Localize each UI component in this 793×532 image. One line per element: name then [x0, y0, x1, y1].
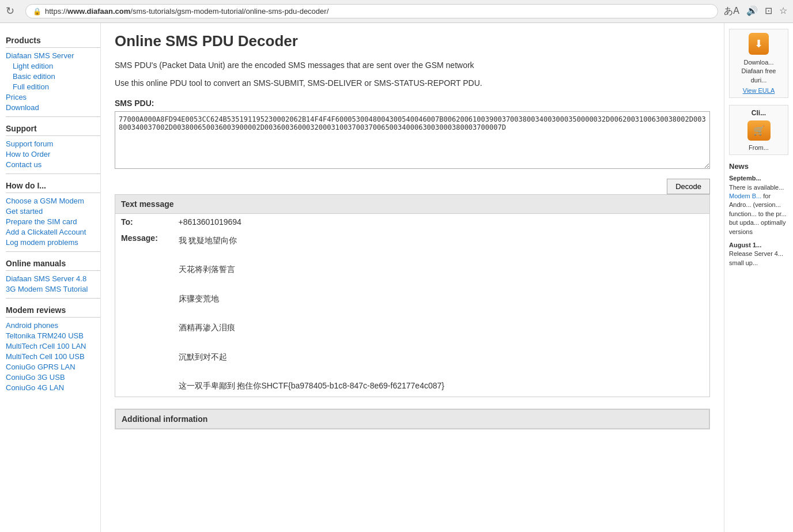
- sidebar-item-support-forum[interactable]: Support forum: [6, 139, 100, 148]
- news-text-2: Release Server 4... small up...: [729, 250, 788, 267]
- page-layout: Products Diafaan SMS Server Light editio…: [0, 23, 793, 532]
- view-eula-link[interactable]: View EULA: [733, 87, 784, 94]
- result-table-header: Text message: [115, 195, 710, 214]
- sidebar-item-download[interactable]: Download: [6, 103, 100, 112]
- sidebar-item-multitech-cell[interactable]: MultiTech Cell 100 USB: [6, 352, 100, 361]
- message-row: Message: 我 犹疑地望向你 天花将剥落誓言 床骤变荒地 酒精再渗入泪痕 …: [115, 230, 710, 397]
- additional-header: Additional information: [116, 410, 709, 429]
- url-protocol: https://: [45, 7, 67, 16]
- url-text: https://www.diafaan.com/sms-tutorials/gs…: [45, 7, 328, 16]
- pdu-label: SMS PDU:: [115, 99, 710, 108]
- to-row: To: +8613601019694: [115, 214, 710, 231]
- sidebar-item-basic-edition[interactable]: Basic edition: [13, 72, 100, 81]
- sidebar-item-log-modem-problems[interactable]: Log modem problems: [6, 238, 100, 247]
- translate-icon[interactable]: あA: [724, 5, 739, 17]
- message-value: 我 犹疑地望向你 天花将剥落誓言 床骤变荒地 酒精再渗入泪痕 沉默到对不起 这一…: [173, 230, 710, 397]
- read-view-icon[interactable]: ⊡: [765, 5, 772, 17]
- from-text: From...: [733, 144, 784, 151]
- read-aloud-icon[interactable]: 🔊: [746, 5, 758, 17]
- sidebar-item-contact-us[interactable]: Contact us: [6, 160, 100, 169]
- download-button[interactable]: ⬇: [749, 33, 769, 55]
- modem-reviews-section-title: Modem reviews: [6, 305, 100, 318]
- news-section: News Septemb... There is available... Mo…: [729, 162, 788, 267]
- main-content: Online SMS PDU Decoder SMS PDU's (Packet…: [101, 23, 724, 532]
- result-section: Text message To: +8613601019694 Message:…: [115, 182, 710, 397]
- url-bar[interactable]: 🔒 https://www.diafaan.com/sms-tutorials/…: [25, 4, 718, 18]
- sidebar-item-coniugo-4g[interactable]: ConiuGo 4G LAN: [6, 383, 100, 392]
- sidebar-item-get-started[interactable]: Get started: [6, 207, 100, 216]
- sidebar-item-diafaan-manual[interactable]: Diafaan SMS Server 4.8: [6, 274, 100, 283]
- sidebar-item-full-edition[interactable]: Full edition: [13, 82, 100, 91]
- sidebar-item-light-edition[interactable]: Light edition: [13, 62, 100, 70]
- to-value: +8613601019694: [173, 214, 710, 231]
- to-label: To:: [115, 214, 173, 231]
- cart-button[interactable]: 🛒: [747, 120, 771, 141]
- favorites-icon[interactable]: ☆: [779, 5, 787, 17]
- refresh-button[interactable]: ↻: [6, 5, 20, 18]
- support-section-title: Support: [6, 124, 100, 136]
- download-widget: ⬇ Downloa... Diafaan free duri... View E…: [729, 29, 788, 98]
- news-item-2: August 1... Release Server 4... small up…: [729, 241, 788, 267]
- page-title: Online SMS PDU Decoder: [115, 32, 710, 50]
- pdu-input[interactable]: 77000A000A8FD94E0053CC624B53519119523000…: [115, 111, 710, 169]
- sidebar-item-android-phones[interactable]: Android phones: [6, 321, 100, 330]
- result-table: Text message To: +8613601019694 Message:…: [115, 194, 710, 397]
- browser-actions: あA 🔊 ⊡ ☆: [724, 5, 787, 17]
- download-description: Downloa... Diafaan free duri...: [733, 58, 784, 85]
- online-manuals-section-title: Online manuals: [6, 259, 100, 271]
- cart-icon: 🛒: [753, 126, 765, 135]
- sidebar-item-add-clickatell[interactable]: Add a Clickatell Account: [6, 228, 100, 236]
- sidebar-item-3g-modem-tutorial[interactable]: 3G Modem SMS Tutorial: [6, 285, 100, 293]
- right-sidebar: ⬇ Downloa... Diafaan free duri... View E…: [724, 23, 793, 532]
- sidebar-item-prepare-sim-card[interactable]: Prepare the SIM card: [6, 217, 100, 226]
- sidebar-item-diafaan-sms-server[interactable]: Diafaan SMS Server: [6, 51, 100, 60]
- browser-bar: ↻ 🔒 https://www.diafaan.com/sms-tutorial…: [0, 0, 793, 23]
- message-label: Message:: [115, 230, 173, 397]
- additional-info-section: Additional information: [115, 409, 710, 429]
- additional-table: Additional information: [115, 409, 709, 429]
- sidebar-item-coniugo-3g[interactable]: ConiuGo 3G USB: [6, 373, 100, 382]
- sidebar-item-teltonika[interactable]: Teltonika TRM240 USB: [6, 331, 100, 340]
- intro-text-1: SMS PDU's (Packet Data Unit) are the enc…: [115, 59, 710, 71]
- lock-icon: 🔒: [33, 7, 41, 16]
- clickatell-title: Cli...: [733, 109, 784, 117]
- news-text-1: There is available... Modem B... for And…: [729, 183, 788, 236]
- intro-text-2: Use this online PDU tool to convert an S…: [115, 77, 710, 89]
- products-section-title: Products: [6, 36, 100, 48]
- sidebar-item-multitech-rcell[interactable]: MultiTech rCell 100 LAN: [6, 342, 100, 350]
- news-title: News: [729, 162, 788, 171]
- sidebar-item-how-to-order[interactable]: How to Order: [6, 150, 100, 159]
- download-arrow-icon: ⬇: [754, 38, 763, 50]
- sidebar-item-prices[interactable]: Prices: [6, 93, 100, 101]
- decode-button[interactable]: Decode: [667, 179, 710, 194]
- news-item-1: Septemb... There is available... Modem B…: [729, 174, 788, 236]
- clickatell-widget: Cli... 🛒 From...: [729, 105, 788, 155]
- news-link-1[interactable]: Modem B...: [729, 193, 761, 199]
- left-sidebar: Products Diafaan SMS Server Light editio…: [0, 23, 101, 532]
- url-path: /sms-tutorials/gsm-modem-tutorial/online…: [130, 7, 328, 16]
- url-domain: www.diafaan.com: [67, 7, 130, 16]
- how-do-i-section-title: How do I...: [6, 181, 100, 193]
- sidebar-item-choose-gsm-modem[interactable]: Choose a GSM Modem: [6, 197, 100, 205]
- sidebar-item-coniugo-gprs[interactable]: ConiuGo GPRS LAN: [6, 363, 100, 371]
- news-date-1: Septemb...: [729, 174, 788, 183]
- news-date-2: August 1...: [729, 241, 788, 250]
